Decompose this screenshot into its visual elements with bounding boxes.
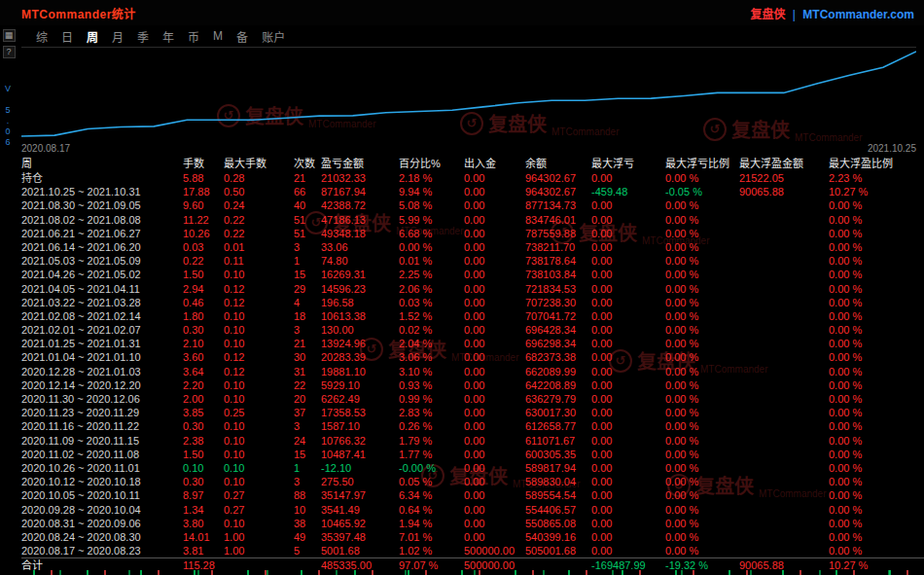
row-cell: 0.00 [464,365,525,378]
menu-item-年[interactable]: 年 [156,28,181,45]
table-row[interactable]: 2020.12.28 ~ 2021.01.033.640.123119881.1… [21,365,924,378]
row-cell: 600305.35 [525,448,591,461]
column-header-4[interactable]: 盈亏金额 [321,156,399,171]
table-row[interactable]: 2020.09.28 ~ 2020.10.041.340.27103541.49… [21,503,924,517]
menu-item-综[interactable]: 综 [29,28,54,45]
column-header-2[interactable]: 最大手数 [224,156,294,171]
table-row[interactable]: 2020.11.23 ~ 2020.11.293.850.253717358.5… [21,406,924,419]
table-row[interactable]: 2021.04.26 ~ 2021.05.021.500.101516269.3… [21,268,924,281]
row-cell: 35147.97 [321,488,399,502]
table-row[interactable]: 2020.08.31 ~ 2020.09.063.800.103810465.9… [21,517,924,530]
row-cell: 0.00 [591,240,665,254]
menu-item-币[interactable]: 币 [181,28,206,45]
column-header-1[interactable]: 手数 [183,156,224,171]
table-row[interactable]: 2021.01.25 ~ 2021.01.312.100.102113924.9… [21,337,924,350]
row-cell: 964302.67 [525,185,591,198]
row-cell: 0.00 [464,337,525,350]
row-cell: 49348.18 [321,227,399,240]
table-row[interactable]: 2020.12.14 ~ 2020.12.202.200.10225929.10… [21,378,924,392]
row-cell: 0.00 [464,461,525,475]
column-header-10[interactable]: 最大浮盈金额 [739,156,829,171]
row-label: 2021.04.05 ~ 2021.04.11 [21,282,183,296]
table-row[interactable]: 2020.08.17 ~ 2020.08.233.811.0055001.681… [21,544,924,557]
column-header-5[interactable]: 百分比% [399,156,464,171]
row-cell: 38 [294,517,321,530]
table-row[interactable]: 2021.02.01 ~ 2021.02.070.300.103130.000.… [21,323,924,337]
row-cell: 33.06 [321,240,399,254]
row-cell: 0.00 [591,309,665,323]
row-cell: 0.10 [224,461,294,475]
main-content: 综日周月季年币M备账户 2020.08.17 2021.10.25 周手数最大手… [18,25,924,571]
table-row[interactable]: 持仓5.880.282121032.332.18 %0.00964302.670… [21,171,924,185]
row-cell: 554406.57 [525,503,591,517]
row-cell: 20283.39 [321,350,399,364]
help-icon[interactable]: ? [3,46,16,58]
table-row[interactable]: 2020.11.16 ~ 2020.11.220.300.1031587.100… [21,419,924,433]
row-cell: 540399.16 [525,530,591,544]
row-label: 2020.12.28 ~ 2021.01.03 [21,365,183,378]
row-cell: 2.20 [183,378,224,392]
table-row[interactable]: 2020.08.24 ~ 2020.08.3014.011.004935397.… [21,530,924,544]
row-label: 2021.01.04 ~ 2021.01.10 [21,350,183,364]
menu-item-季[interactable]: 季 [130,28,156,45]
row-cell: 6.34 % [399,488,464,502]
row-cell: 2.04 % [399,337,464,350]
row-cell: 0.10 [224,448,294,461]
table-row[interactable]: 2021.03.22 ~ 2021.03.280.460.124196.580.… [21,296,924,309]
row-cell: 16269.31 [321,268,399,281]
table-row[interactable]: 2020.11.02 ~ 2020.11.081.500.101510487.4… [21,448,924,461]
column-header-7[interactable]: 余额 [525,156,591,171]
row-cell: 0.00 [591,419,665,433]
table-row[interactable]: 2021.04.05 ~ 2021.04.112.940.122914596.2… [21,282,924,296]
column-header-9[interactable]: 最大浮亏比例 [665,156,739,171]
row-cell: 0.00 [464,419,525,433]
table-row[interactable]: 2020.11.30 ~ 2020.12.062.000.10206262.49… [21,392,924,406]
row-cell: 696428.34 [525,323,591,337]
table-row[interactable]: 2021.05.03 ~ 2021.05.090.220.11174.800.0… [21,254,924,268]
table-row[interactable]: 2021.08.02 ~ 2021.08.0811.220.225147186.… [21,213,924,227]
menu-item-月[interactable]: 月 [105,28,130,45]
table-row[interactable]: 2020.10.26 ~ 2020.11.010.100.101-12.10-0… [21,461,924,475]
row-cell: 0.00 % [665,365,739,378]
row-cell: 0.12 [224,365,294,378]
row-cell: 21032.33 [321,171,399,185]
panel-icon[interactable]: ▦ [3,29,16,42]
column-header-0[interactable]: 周 [21,156,183,171]
table-row[interactable]: 2021.06.21 ~ 2021.06.2710.260.225149348.… [21,227,924,240]
row-cell: 10465.92 [321,517,399,530]
table-row[interactable]: 2021.06.14 ~ 2021.06.200.030.01333.060.0… [21,240,924,254]
table-row[interactable]: 2021.01.04 ~ 2021.01.103.600.123020283.3… [21,350,924,364]
column-header-11[interactable]: 最大浮盈比例 [829,156,924,171]
app-title: MTCommander统计 [21,5,136,21]
table-row[interactable]: 2021.08.30 ~ 2021.09.059.600.244042388.7… [21,198,924,212]
row-cell: 1587.10 [321,419,399,433]
menu-item-日[interactable]: 日 [54,28,80,45]
row-cell: 0.10 [224,419,294,433]
row-cell: 13924.96 [321,337,399,350]
menu-item-周[interactable]: 周 [80,28,105,45]
stats-table: 周手数最大手数次数盈亏金额百分比%出入金余额最大浮亏最大浮亏比例最大浮盈金额最大… [21,156,924,571]
row-cell: 3 [294,475,321,488]
row-cell: 0.00 [591,544,665,557]
column-header-3[interactable]: 次数 [294,156,321,171]
menu-item-M[interactable]: M [206,29,230,43]
column-header-8[interactable]: 最大浮亏 [591,156,665,171]
row-cell: 696298.34 [525,337,591,350]
menu-item-备[interactable]: 备 [230,28,255,45]
table-row[interactable]: 2020.10.12 ~ 2020.10.180.300.103275.500.… [21,475,924,488]
column-header-6[interactable]: 出入金 [464,156,525,171]
row-cell: 4 [294,296,321,309]
table-row[interactable]: 2021.10.25 ~ 2021.10.3117.880.506687167.… [21,185,924,198]
row-cell: 0.00 % [399,240,464,254]
brand-link[interactable]: 复盘侠 | MTCommander.com [750,5,914,21]
table-row[interactable]: 2020.10.05 ~ 2020.10.118.970.278835147.9… [21,488,924,502]
row-cell: 29 [294,282,321,296]
row-cell: 0.00 % [829,254,924,268]
table-row[interactable]: 2020.11.09 ~ 2020.11.152.380.102410766.3… [21,434,924,448]
row-cell [739,461,829,475]
row-cell [739,198,829,212]
table-row[interactable]: 2021.02.08 ~ 2021.02.141.800.101810613.3… [21,309,924,323]
row-cell: 3 [294,323,321,337]
menu-item-账户[interactable]: 账户 [255,28,292,45]
row-cell: 0.00 % [829,198,924,212]
